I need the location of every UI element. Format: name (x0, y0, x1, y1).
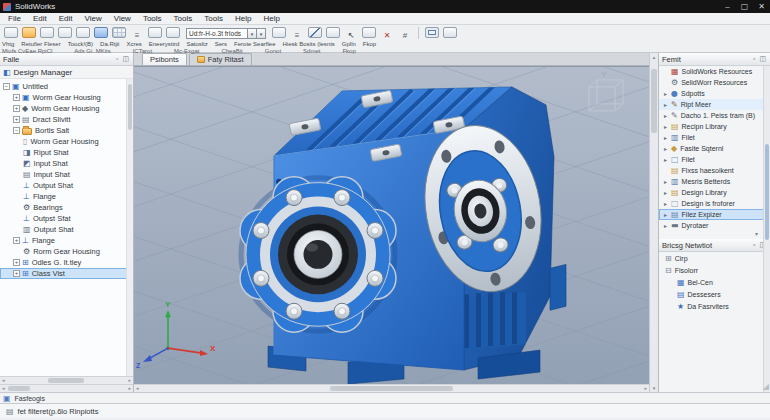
scroll-down-icon[interactable]: ▾ (650, 385, 658, 391)
menu-item[interactable]: View (108, 13, 137, 25)
resource-item[interactable]: ▸✎Ript Meer (659, 99, 770, 110)
combobox-input[interactable] (186, 28, 248, 39)
resize-grip[interactable]: ◢ (763, 383, 769, 391)
tree-item[interactable]: +▤Dract Slivitt (0, 114, 133, 125)
scroll-left-icon[interactable]: ◂ (2, 377, 5, 384)
3d-viewport[interactable]: Y (134, 66, 649, 384)
menu-item[interactable]: View (78, 13, 107, 25)
network-item[interactable]: ★Da Fasrviters (659, 300, 770, 312)
network-item[interactable]: ⊞Cirp (659, 252, 770, 264)
toolbar-button-label[interactable]: Hiesk Bosits (lesnts (282, 41, 334, 48)
resource-item[interactable]: ▸□Filet (659, 154, 770, 165)
toolbar-button-label[interactable]: Toock!(B) (68, 41, 93, 48)
tree-item[interactable]: ▥Output Shat (0, 224, 133, 235)
toolbar-monitor-icon[interactable] (425, 27, 439, 38)
combobox-dropdown-icon[interactable]: ▾ (248, 28, 257, 39)
tree-item[interactable]: ⚙Rorm Gear Housing (0, 246, 133, 257)
toolbar-button-label[interactable]: Sers (215, 41, 227, 48)
tree-item[interactable]: −▣Untitled (0, 81, 133, 92)
resource-item[interactable]: ▸✎Dacho 1. Peiss tram (B) (659, 110, 770, 121)
tree-expander-icon[interactable]: + (13, 116, 20, 123)
resource-item[interactable]: ▤Flxss haesoikent (659, 165, 770, 176)
menu-item[interactable]: Edit (27, 13, 53, 25)
resource-item[interactable]: ▦SolidWorks Resources (659, 66, 770, 77)
toolbar-doc-icon[interactable] (58, 27, 72, 38)
menu-item[interactable]: Tools (137, 13, 168, 25)
menu-item[interactable]: Tools (168, 13, 199, 25)
tree-item[interactable]: +◆Worm Gear Housing (0, 103, 133, 114)
tree-item[interactable]: ⚙Bearings (0, 202, 133, 213)
scrollbar-thumb[interactable] (651, 69, 657, 133)
scroll-left-icon[interactable]: ◂ (2, 385, 5, 392)
tree-expander-icon[interactable]: − (13, 127, 20, 134)
resource-item[interactable]: ▸◆Fasite Sqternl (659, 143, 770, 154)
toolbar-button-label[interactable]: Satosltz (186, 41, 207, 48)
toolbar-amber-icon[interactable] (22, 27, 36, 38)
tree-item[interactable]: +▣Worm Gear Housing (0, 92, 133, 103)
resource-item[interactable]: ⚙SelidWorr Resources (659, 77, 770, 88)
toolbar-button-label[interactable]: Xcres (126, 41, 141, 48)
left-panel-hscrollbar-2[interactable]: ◂ ▸ (0, 384, 133, 392)
scrollbar-thumb[interactable] (330, 386, 454, 391)
resource-item[interactable]: ▸▬Dyrotaer (659, 220, 770, 231)
menu-item[interactable]: Help (229, 13, 257, 25)
resource-item[interactable]: ▸▤Filez Expizer (659, 209, 770, 220)
tree-expander-icon[interactable]: + (13, 237, 20, 244)
tree-item[interactable]: ▯Worm Gear Housing (0, 136, 133, 147)
design-manager-header[interactable]: ◧ Design Manager (0, 66, 133, 79)
tree-item[interactable]: +⊥Flange (0, 235, 133, 246)
menu-item[interactable]: Help (257, 13, 285, 25)
resource-item[interactable]: ▸●Sdpotts (659, 88, 770, 99)
toolbar-button-label[interactable]: Gplln (342, 41, 356, 48)
tree-expander-icon[interactable]: + (13, 259, 20, 266)
resource-item[interactable]: ▸□Design is froforer (659, 198, 770, 209)
toolbar-winb-icon[interactable] (272, 27, 286, 38)
tree-item[interactable]: ⊥Output Shat (0, 180, 133, 191)
toolbar-winb-icon[interactable] (76, 27, 90, 38)
tree-item[interactable]: ⊥Outpst Sfat (0, 213, 133, 224)
close-button[interactable]: ✕ (753, 0, 770, 13)
scroll-left-icon[interactable]: ◂ (136, 385, 139, 392)
tree-expander-icon[interactable]: + (13, 270, 20, 277)
tree-item[interactable]: ◩Input Shat (0, 158, 133, 169)
toolbar-doc-icon[interactable] (4, 27, 18, 38)
toolbar-grid2-icon[interactable] (112, 27, 126, 38)
toolbar-button-label[interactable]: Vhtg (2, 41, 14, 48)
toolbar-button-label[interactable]: Retufier Fleser (21, 41, 60, 48)
combobox-split-icon[interactable]: ▾ (257, 28, 266, 39)
toolbar-blue-icon[interactable] (94, 27, 108, 38)
scrollbar-thumb[interactable] (765, 144, 769, 240)
viewport-vscrollbar[interactable]: ▴ ▾ (649, 53, 658, 392)
chevron-down-icon[interactable]: ▾ (659, 231, 770, 239)
scrollbar-thumb[interactable] (48, 378, 84, 383)
toolbar-win-icon[interactable] (326, 27, 340, 38)
tree-expander-icon[interactable]: − (3, 83, 10, 90)
toolbar-button-label[interactable]: Eneerysttrd (149, 41, 180, 48)
minimize-button[interactable]: – (719, 0, 736, 13)
network-item[interactable]: ▤Dessesers (659, 288, 770, 300)
maximize-button[interactable]: ▢ (736, 0, 753, 13)
toolbar-win-icon[interactable] (148, 27, 162, 38)
tree-item[interactable]: +⊞Odles G. It.tley (0, 257, 133, 268)
tree-item[interactable]: −Bortls Salt (0, 125, 133, 136)
resource-item[interactable]: ▸▤Design Library (659, 187, 770, 198)
tree-vertical-scrollbar[interactable] (126, 79, 133, 376)
resource-item[interactable]: ▸▥Filet (659, 132, 770, 143)
toolbar-page-icon[interactable] (362, 27, 376, 38)
panel-window-icons[interactable]: ▫ ◫ (116, 55, 130, 63)
scrollbar-thumb[interactable] (128, 84, 132, 130)
toolbar-hour-icon[interactable] (443, 27, 457, 38)
tree-item[interactable]: ◨Riput Shat (0, 147, 133, 158)
tree-item[interactable]: ▤Imput Shat (0, 169, 133, 180)
menu-item[interactable]: File (2, 13, 27, 25)
task-pane-scrollbar[interactable] (763, 66, 770, 392)
toolbar-close-icon[interactable]: ✕ (380, 31, 394, 42)
tree-expander-icon[interactable]: + (13, 94, 20, 101)
scrollbar-thumb[interactable] (8, 386, 30, 391)
scroll-right-icon[interactable]: ▸ (128, 377, 131, 384)
menu-item[interactable]: Tools (198, 13, 229, 25)
toolbar-grid-icon[interactable]: # (398, 31, 412, 42)
toolbar-winb-icon[interactable] (166, 27, 180, 38)
toolbar-button-label[interactable]: Fkop (363, 41, 376, 48)
toolbar-doc-icon[interactable] (40, 27, 54, 38)
